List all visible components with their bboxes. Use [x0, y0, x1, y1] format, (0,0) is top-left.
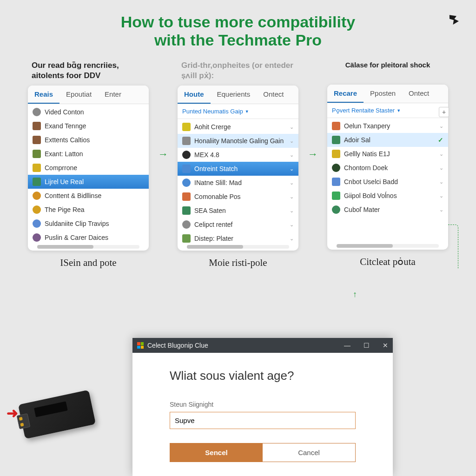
list-item[interactable]: Exand Tennge: [28, 119, 149, 133]
square-icon: [332, 122, 340, 130]
list-item-label: Vided Conton: [45, 108, 84, 116]
globe-icon: [33, 205, 41, 214]
maximize-button[interactable]: ☐: [364, 342, 370, 349]
list-item[interactable]: Distep: Plater⌄: [178, 231, 298, 243]
list-item-label: INatne Slill: Mad: [194, 179, 242, 186]
tab-enter[interactable]: Enter: [98, 86, 128, 104]
chevron-down-icon: ⌄: [290, 138, 294, 144]
list-item[interactable]: Giipol Bold Voĺnos⌄: [327, 189, 448, 203]
square-icon: [182, 192, 191, 201]
close-button[interactable]: ✕: [383, 342, 388, 349]
tab-ontect[interactable]: Ontect: [257, 86, 290, 104]
panel-heading: Grid-thr,onpheites (or enteder șʌill pẋ)…: [178, 59, 298, 86]
list-item[interactable]: Comprrone: [28, 161, 149, 175]
dropdown-selector[interactable]: Punted Neumatis Gaip▼: [178, 104, 298, 119]
list-item-label: Lijrel Ue Real: [45, 178, 84, 185]
globe-icon: [332, 205, 340, 214]
chevron-down-icon: ⌄: [290, 208, 294, 214]
chevron-down-icon: ⌄: [290, 180, 294, 186]
dialog-text-input[interactable]: [170, 412, 356, 429]
add-button[interactable]: +: [439, 107, 449, 117]
tab-pposten[interactable]: Pposten: [364, 85, 402, 103]
check-icon: ✓: [438, 136, 443, 144]
scrollbar[interactable]: [337, 244, 439, 248]
scrollbar[interactable]: [187, 245, 289, 249]
tab-reais[interactable]: Reais: [28, 86, 60, 104]
item-list[interactable]: Vided ContonExand TenngeExttents Caltios…: [28, 104, 149, 243]
dropdown-selector[interactable]: Po̱vert Rentaite Staster▼: [327, 103, 448, 118]
list-item[interactable]: Celipct rentef⌄: [178, 218, 298, 231]
chevron-down-icon: ⌄: [290, 152, 294, 158]
chevron-down-icon: ⌄: [290, 236, 294, 242]
globe-icon: [33, 108, 41, 116]
dialog-titlebar[interactable]: Celect Blugonip Clue — ☐ ✕: [132, 338, 393, 353]
list-item-label: Distep: Plater: [194, 235, 233, 242]
list-item[interactable]: Chontorn Doek⌄: [327, 161, 448, 175]
square-icon: [33, 178, 41, 186]
tab-recare[interactable]: Recare: [327, 85, 364, 103]
dialog-question: Wliat sous vialent age?: [170, 369, 356, 383]
panel-heading: Cälase for pleitoral shock: [327, 59, 448, 85]
list-item[interactable]: Vided Conton: [28, 105, 149, 119]
tab-ontect[interactable]: Ontect: [402, 85, 436, 103]
cancel-button[interactable]: Cancel: [263, 443, 355, 462]
submit-button[interactable]: Sencel: [170, 443, 263, 462]
tab-epoutiat[interactable]: Epoutiat: [60, 86, 98, 104]
list-item-label: The Pige Rea: [45, 206, 85, 213]
list-item-label: Aohit Crerge: [194, 123, 231, 131]
panel: HouteEquerientsOntectPunted Neumatis Gai…: [178, 86, 298, 251]
list-item[interactable]: Honaliity Manotsle Galing Gain⌄: [178, 134, 298, 148]
chevron-down-icon: ⌄: [439, 165, 443, 171]
tab-equerients[interactable]: Equerients: [211, 86, 257, 104]
globe-icon: [332, 164, 340, 172]
list-item[interactable]: Puslin & Carer Daices: [28, 231, 149, 243]
chevron-down-icon: ⌄: [439, 207, 443, 213]
chevron-down-icon: ⌄: [439, 151, 443, 157]
item-list[interactable]: Oelun Txanpery⌄Adoir Sal✓Gellly Natis E1…: [327, 118, 448, 242]
input-label: Steun Siignight: [170, 401, 356, 408]
list-item[interactable]: Comonable Pos⌄: [178, 190, 298, 204]
list-item[interactable]: Aohit Crerge⌄: [178, 120, 298, 134]
square-icon: [182, 234, 191, 243]
list-item[interactable]: Suldaniite Clip Travips: [28, 217, 149, 231]
list-item[interactable]: Adoir Sal✓: [327, 133, 448, 147]
globe-icon: [182, 220, 191, 229]
panel-heading: Our read bɑ̄g rencriies, aitolents foor …: [28, 59, 149, 86]
list-item[interactable]: Conttent & Bidllinse: [28, 189, 149, 203]
panel-caption: Moie risti-pole: [178, 257, 298, 269]
windows-icon: [137, 342, 144, 349]
list-item[interactable]: INatne Slill: Mad⌄: [178, 176, 298, 190]
list-item-label: Comprrone: [45, 164, 77, 172]
list-item-label: Comonable Pos: [194, 193, 241, 200]
list-item[interactable]: Cnbot Uselci Badd⌄: [327, 175, 448, 189]
minimize-button[interactable]: —: [344, 342, 350, 349]
tab-houte[interactable]: Houte: [178, 86, 211, 104]
chevron-down-icon: ⌄: [439, 123, 443, 129]
chevron-down-icon: ⌄: [290, 194, 294, 200]
scrollbar[interactable]: [37, 245, 139, 249]
list-item-label: Exant: Latton: [45, 150, 83, 158]
list-item[interactable]: Exant: Latton: [28, 147, 149, 161]
square-icon: [332, 136, 340, 144]
square-icon: [33, 136, 41, 144]
list-item[interactable]: Gellly Natis E1J⌄: [327, 147, 448, 161]
list-item[interactable]: Ontreint Statch⌄: [178, 162, 298, 176]
list-item-label: SEA Saten: [194, 207, 226, 214]
list-item[interactable]: Oelun Txanpery⌄: [327, 119, 448, 133]
square-icon: [332, 192, 340, 200]
list-item[interactable]: SEA Saten⌄: [178, 204, 298, 218]
list-item[interactable]: Exttents Caltios: [28, 133, 149, 147]
list-item[interactable]: Lijrel Ue Real: [28, 175, 149, 189]
item-list[interactable]: Aohit Crerge⌄Honaliity Manotsle Galing G…: [178, 119, 298, 243]
panel: ReaisEpoutiatEnterVided ContonExand Tenn…: [28, 86, 149, 251]
panel-caption: ISein and pote: [28, 257, 149, 269]
arrow-right-icon: →: [158, 148, 168, 160]
list-item[interactable]: Cuboľ Mater⌄: [327, 203, 448, 217]
globe-icon: [182, 178, 191, 187]
list-item[interactable]: MEX 4.8⌄: [178, 148, 298, 162]
list-item[interactable]: The Pige Rea: [28, 203, 149, 217]
chevron-down-icon: ⌄: [290, 124, 294, 130]
panel: RecarePpostenOntectPo̱vert Rentaite Stas…: [327, 85, 448, 250]
dialog-window: Celect Blugonip Clue — ☐ ✕ Wliat sous vi…: [132, 338, 393, 476]
list-item-label: Puslin & Carer Daices: [45, 234, 108, 241]
